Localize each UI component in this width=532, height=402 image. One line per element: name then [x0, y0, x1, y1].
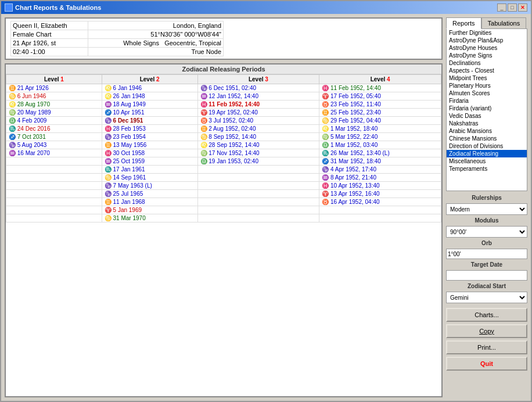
chart-node: True Node: [88, 48, 224, 56]
level4-cell: ♐ 31 Mar 1952, 18:40: [319, 157, 441, 166]
level4-cell: [319, 214, 441, 222]
level2-cell: ♌ 26 Jan 1948: [102, 92, 197, 100]
list-item[interactable]: AstroDyne Plan&Asp: [447, 37, 527, 44]
list-item[interactable]: AstroDyne Signs: [447, 52, 527, 59]
level3-cell: ♋ 8 Sep 1952, 14:40: [197, 133, 319, 141]
list-item[interactable]: Further Dignities: [447, 29, 527, 37]
level1-cell: ♌ 28 Aug 1970: [6, 100, 102, 109]
chart-info-box: Queen II, Elizabeth London, England Fema…: [5, 17, 443, 60]
orb-input[interactable]: [446, 249, 527, 259]
print-button[interactable]: Print...: [446, 340, 527, 354]
window-title: Chart Reports & Tabulations: [15, 4, 101, 11]
quit-button[interactable]: Quit: [446, 357, 527, 371]
list-item[interactable]: Firdaria: [447, 97, 527, 105]
level1-cell: [6, 157, 102, 166]
list-item[interactable]: AstroDyne Houses: [447, 44, 527, 52]
maximize-button[interactable]: □: [508, 3, 517, 12]
list-item[interactable]: Firdaria (variant): [447, 105, 527, 112]
orb-label: Orb: [446, 240, 527, 246]
list-item[interactable]: Midpoint Trees: [447, 74, 527, 82]
level4-cell: ♈ 17 Feb 1952, 05:40: [319, 92, 441, 100]
list-item[interactable]: Vedic Dasas: [447, 112, 527, 120]
title-buttons: _ □ ✕: [497, 3, 527, 12]
level2-cell: ♑ 23 Feb 1954: [102, 133, 197, 141]
level3-cell: [197, 190, 319, 198]
table-row: ♋ 31 Mar 1970: [6, 214, 441, 222]
level1-cell: [6, 198, 102, 206]
table-row: ♏ 24 Dec 2016♓ 28 Feb 1953♊ 2 Aug 1952, …: [6, 125, 441, 133]
rulerships-select[interactable]: Modern: [446, 203, 527, 215]
table-row: ♑ 25 Jul 1965♈ 13 Apr 1952, 16:40: [6, 190, 441, 198]
close-button[interactable]: ✕: [518, 3, 527, 12]
table-row: ♎ 4 Feb 2009♑ 6 Dec 1951♉ 3 Jul 1952, 02…: [6, 117, 441, 125]
list-item[interactable]: Temperaments: [447, 165, 527, 173]
level2-cell: ♓ 28 Feb 1953: [102, 125, 197, 133]
app-icon: [5, 3, 13, 12]
list-item[interactable]: Nakshatras: [447, 120, 527, 127]
level2-cell: ♊ 11 Jan 1968: [102, 198, 197, 206]
table-row: ♑ 5 Aug 2043♊ 13 May 1956♌ 28 Sep 1952, …: [6, 141, 441, 149]
zodiacal-start-select[interactable]: AriesTaurusGeminiCancerLeoVirgoLibraScor…: [446, 292, 527, 303]
level3-cell: [197, 198, 319, 206]
level3-cell: ♑ 6 Dec 1951, 02:40: [197, 84, 319, 92]
level4-cell: ♒ 8 Apr 1952, 21:40: [319, 174, 441, 182]
level1-cell: [6, 166, 102, 174]
level2-cell: ♓ 30 Oct 1958: [102, 149, 197, 157]
table-row: ♒ 25 Oct 1959♎ 19 Jan 1953, 02:40♐ 31 Ma…: [6, 157, 441, 166]
target-date-input[interactable]: [446, 270, 527, 281]
level4-cell: [319, 206, 441, 214]
chart-coords: 51°N30'36" 000°W08'44": [88, 30, 224, 39]
modulus-label: Modulus: [446, 217, 527, 224]
col-header-level4: Level 4: [319, 75, 441, 84]
level3-cell: ♉ 3 Jul 1952, 02:40: [197, 117, 319, 125]
list-item[interactable]: Miscellaneous: [447, 157, 527, 165]
tabs: Reports Tabulations: [446, 17, 527, 29]
main-panel: Queen II, Elizabeth London, England Fema…: [5, 17, 443, 397]
list-item[interactable]: Zodiacal Releasing: [447, 150, 527, 157]
level1-cell: ♏ 24 Dec 2016: [6, 125, 102, 133]
title-bar: Chart Reports & Tabulations _ □ ✕: [1, 1, 531, 14]
tab-tabulations[interactable]: Tabulations: [481, 17, 527, 29]
level1-cell: ♋ 6 Jun 1946: [6, 92, 102, 100]
buttons-panel: Charts... Copy Print... Quit: [446, 308, 527, 371]
level1-cell: ♒ 16 Mar 2070: [6, 149, 102, 157]
list-item[interactable]: Aspects - Closest: [447, 67, 527, 74]
level2-cell: ♏ 17 Jan 1961: [102, 166, 197, 174]
level3-cell: [197, 214, 319, 222]
list-item[interactable]: Arabic Mansions: [447, 127, 527, 135]
copy-button[interactable]: Copy: [446, 324, 527, 338]
main-window: Chart Reports & Tabulations _ □ ✕ Queen …: [0, 0, 532, 402]
level3-cell: ♓ 11 Feb 1952, 14:40: [197, 100, 319, 109]
reports-list[interactable]: Further DignitiesAstroDyne Plan&AspAstro…: [446, 28, 527, 191]
tab-reports[interactable]: Reports: [446, 17, 481, 29]
level4-cell: ♋ 29 Feb 1952, 04:40: [319, 117, 441, 125]
title-bar-left: Chart Reports & Tabulations: [5, 3, 101, 12]
list-item[interactable]: Direction of Divisions: [447, 142, 527, 150]
level2-cell: ♑ 25 Jul 1965: [102, 190, 197, 198]
table-scroll-wrapper[interactable]: Level 1 Level 2 Level 3 Level 4 ♊ 21 Apr…: [6, 74, 441, 396]
level1-cell: [6, 214, 102, 222]
list-item[interactable]: Almuten Scores: [447, 89, 527, 97]
list-item[interactable]: Planetary Hours: [447, 82, 527, 89]
level4-cell: ♈ 13 Apr 1952, 16:40: [319, 190, 441, 198]
list-item[interactable]: Chinese Mansions: [447, 135, 527, 142]
content-area: Queen II, Elizabeth London, England Fema…: [1, 14, 531, 401]
level2-cell: ♌ 6 Jan 1946: [102, 84, 197, 92]
table-row: ♏ 17 Jan 1961♑ 4 Apr 1952, 17:40: [6, 166, 441, 174]
level2-cell: ♒ 25 Oct 1959: [102, 157, 197, 166]
chart-name: Queen II, Elizabeth: [11, 21, 88, 30]
level2-cell: ♒ 18 Aug 1949: [102, 100, 197, 109]
level4-cell: ♓ 10 Apr 1952, 13:40: [319, 182, 441, 190]
level2-cell: ♊ 13 May 1956: [102, 141, 197, 149]
minimize-button[interactable]: _: [497, 3, 506, 12]
modulus-select[interactable]: 90°00': [446, 226, 527, 238]
table-row: ♈ 5 Jan 1969: [6, 206, 441, 214]
charts-button[interactable]: Charts...: [446, 308, 527, 322]
target-date-label: Target Date: [446, 261, 527, 268]
table-scroll[interactable]: Level 1 Level 2 Level 3 Level 4 ♊ 21 Apr…: [6, 74, 441, 396]
level2-cell: ♐ 10 Apr 1951: [102, 109, 197, 117]
col-header-level3: Level 3: [197, 75, 319, 84]
level4-cell: ♉ 23 Feb 1952, 11:40: [319, 100, 441, 109]
list-item[interactable]: Declinations: [447, 59, 527, 67]
table-row: ♊ 11 Jan 1968♉ 16 Apr 1952, 04:40: [6, 198, 441, 206]
